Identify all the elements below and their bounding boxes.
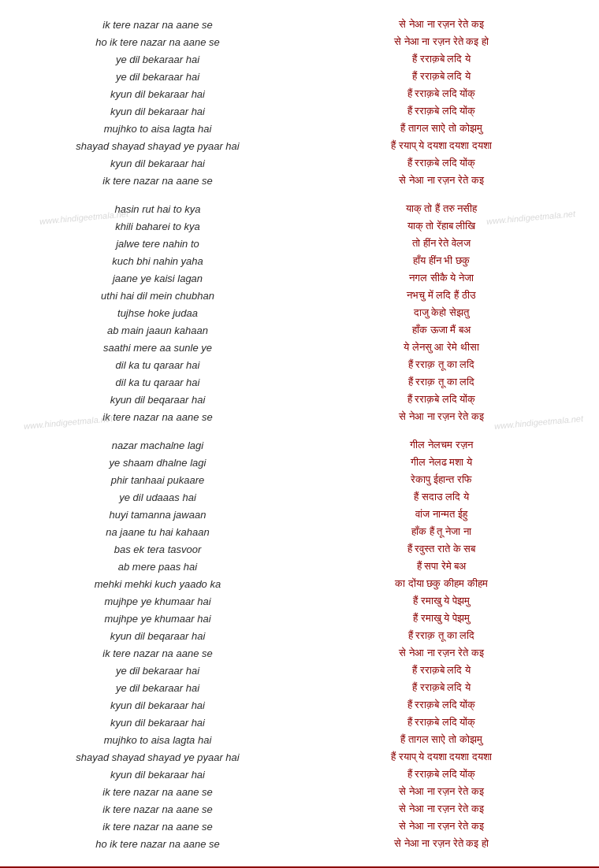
lyric-left: ik tere nazar na aane se: [24, 786, 300, 798]
lyric-row: ik tere nazar na aane seइक तेरे नज़र ना …: [8, 172, 591, 189]
lyric-right: इक तेरे नज़र ना आने से: [300, 647, 575, 659]
lyric-row: jaane ye kaisi laganजाने ये कैसी लगन: [8, 269, 591, 287]
empty-row: [8, 189, 591, 200]
lyric-row: tujhse hoke judaaतुझसे होके जुदा: [8, 304, 591, 321]
lyric-right: हसीन रुत हैं तो क्या: [300, 202, 575, 215]
lyric-left: khili baharei to kya: [24, 221, 300, 232]
lyric-right: इक तेरे नज़र ना आने से: [300, 18, 575, 31]
lyric-row: kyun dil bekaraar haiक्यों दिल बेक़रार ह…: [8, 85, 591, 102]
lyric-right: ये दिल बेक़रार हैं: [300, 681, 575, 694]
lyric-right: बस के तेरा तस्वुर हैं: [300, 543, 575, 555]
lyric-right: मुझको तो ऐसा लगता हैं: [300, 733, 575, 746]
lyric-right: इक तेरे नज़र ना आने से: [300, 410, 575, 423]
lyric-left: hasin rut hai to kya: [24, 203, 300, 215]
lyric-right: हो इक तेरे नज़र ना आने से: [300, 837, 575, 850]
lyric-right: फिर तन्हाई पुकारे: [300, 473, 575, 486]
lyric-left: ho ik tere nazar na aane se: [24, 36, 300, 48]
lyric-row: hasin rut hai to kyaहसीन रुत हैं तो क्या: [8, 200, 591, 217]
lyric-row: jalwe tere nahin toजलवे तेरे नहीं तो: [8, 235, 591, 252]
lyric-row: dil ka tu qaraar haiदिल का तू क़रार हैं: [8, 356, 591, 373]
lyric-left: jalwe tere nahin to: [24, 238, 300, 250]
lyric-right: कुछ भी नहीं यहाँ: [300, 254, 575, 267]
lyric-row: ik tere nazar na aane seइक तेरे नज़र ना …: [8, 408, 591, 425]
lyric-left: huyi tamanna jawaan: [24, 509, 300, 521]
lyric-left: phir tanhaai pukaare: [24, 474, 300, 486]
lyric-right: शायद शायद शायद ये प्यार हैं: [300, 751, 575, 763]
lyric-row: kyun dil bekaraar haiक्यों दिल बेक़रार ह…: [8, 154, 591, 172]
lyric-right: जाने ये कैसी लगन: [300, 272, 575, 284]
lyric-row: ye dil udaaas haiये दिल उदास हैं: [8, 488, 591, 506]
lyric-row: mujhpe ye khumaar haiमुझपे ये खुमार हैं: [8, 592, 591, 610]
lyric-row: bas ek tera tasvoorबस के तेरा तस्वुर हैं: [8, 540, 591, 558]
lyric-left: ab main jaaun kahaan: [24, 325, 300, 336]
lyric-left: kyun dil bekaraar hai: [24, 769, 300, 781]
lyric-right: दिल का तू क़रार हैं: [300, 358, 575, 371]
lyric-right: जलवे तेरे नहीं तो: [300, 237, 575, 250]
lyric-right: अब मेरे पास हैं: [300, 560, 575, 573]
lyric-right: ये दिल बेक़रार हैं: [300, 664, 575, 677]
lyrics-container: ik tere nazar na aane seइक तेरे नज़र ना …: [0, 0, 599, 868]
lyric-left: mujhpe ye khumaar hai: [24, 595, 300, 607]
lyric-left: ye dil bekaraar hai: [24, 665, 300, 677]
lyric-row: ye shaam dhalne lagiये शाम ढलने लगी: [8, 454, 591, 471]
lyric-left: mujhpe ye khumaar hai: [24, 613, 300, 625]
lyric-left: nazar machalne lagi: [24, 440, 300, 451]
lyric-row: ye dil bekaraar haiये दिल बेक़रार हैं: [8, 679, 591, 696]
lyric-row: shayad shayad shayad ye pyaar haiशायद शा…: [8, 748, 591, 766]
lyric-right: ये दिल बेक़रार हैं: [300, 53, 575, 65]
lyric-right: खिली बहारें तो क्या: [300, 220, 575, 232]
lyric-right: क्यों दिल बेक़रार हैं: [300, 105, 575, 117]
lyric-left: mujhko to aisa lagta hai: [24, 123, 300, 135]
lyric-right: क्यों दिल बेक़रार हैं: [300, 157, 575, 169]
lyric-right: महकी महकी कुछ यादों का: [300, 577, 575, 590]
lyric-left: ye dil bekaraar hai: [24, 71, 300, 83]
lyric-left: ab mere paas hai: [24, 561, 300, 573]
lyric-row: mujhko to aisa lagta haiमुझको तो ऐसा लगत…: [8, 731, 591, 748]
lyric-left: dil ka tu qaraar hai: [24, 359, 300, 371]
lyric-left: saathi mere aa sunle ye: [24, 342, 300, 354]
lyric-row: kyun dil bekaraar haiक्यों दिल बेक़रार ह…: [8, 102, 591, 120]
lyric-row: dil ka tu qaraar haiदिल का तू क़रार हैं: [8, 373, 591, 391]
lyric-row: kyun dil bekaraar haiक्यों दिल बेक़रार ह…: [8, 714, 591, 731]
lyric-right: ये शाम ढलने लगी: [300, 456, 575, 469]
lyric-row: kyun dil beqaraar haiक्यों दिल बेक़रार ह…: [8, 391, 591, 408]
lyric-left: ho ik tere nazar na aane se: [24, 838, 300, 850]
lyric-left: ik tere nazar na aane se: [24, 19, 300, 31]
lyric-row: mujhpe ye khumaar haiमुझपे ये खुमार हैं: [8, 610, 591, 627]
lyric-right: अब मैं जाऊ कहाँ: [300, 324, 575, 336]
lyric-left: kyun dil bekaraar hai: [24, 106, 300, 117]
lyric-row: ye dil bekaraar haiये दिल बेक़रार हैं: [8, 50, 591, 68]
lyric-right: क्यों दिल बेक़रार हैं: [300, 699, 575, 711]
lyric-right: शायद शायद शायद ये प्यार हैं: [300, 139, 575, 152]
lyric-left: kyun dil bekaraar hai: [24, 158, 300, 169]
lyric-right: उठी हैं दिल में चुभन: [300, 289, 575, 302]
lyric-row: shayad shayad shayad ye pyaar haiशायद शा…: [8, 137, 591, 154]
lyric-row: ho ik tere nazar na aane seहो इक तेरे नज…: [8, 835, 591, 852]
lyric-row: kyun dil bekaraar haiक्यों दिल बेक़रार ह…: [8, 766, 591, 783]
lyric-left: ye dil udaaas hai: [24, 491, 300, 503]
lyric-right: मुझपे ये खुमार हैं: [300, 612, 575, 625]
lyric-row: phir tanhaai pukaareफिर तन्हाई पुकारे: [8, 471, 591, 488]
lyric-left: na jaane tu hai kahaan: [24, 526, 300, 538]
lyric-left: mehki mehki kuch yaado ka: [24, 578, 300, 590]
lyric-right: ना जाने तू हैं कहाँ: [300, 525, 575, 538]
lyric-row: nazar machalne lagiनज़र मचलने लगी: [8, 436, 591, 454]
lyric-row: ho ik tere nazar na aane seहो इक तेरे नज…: [8, 33, 591, 50]
lyric-right: नज़र मचलने लगी: [300, 439, 575, 451]
lyric-right: क्यों दिल बेक़रार हैं: [300, 393, 575, 406]
lyric-left: kyun dil beqaraar hai: [24, 630, 300, 642]
lyric-right: ये दिल बेक़रार हैं: [300, 70, 575, 83]
lyric-left: ik tere nazar na aane se: [24, 647, 300, 659]
lyric-row: ik tere nazar na aane seइक तेरे नज़र ना …: [8, 818, 591, 835]
lyric-left: ye dil bekaraar hai: [24, 54, 300, 65]
lyric-left: tujhse hoke judaa: [24, 307, 300, 319]
lyric-right: इक तेरे नज़र ना आने से: [300, 785, 575, 798]
lyric-right: हुई तमन्ना जवां: [300, 508, 575, 521]
lyric-right: इक तेरे नज़र ना आने से: [300, 803, 575, 815]
lyric-left: ik tere nazar na aane se: [24, 175, 300, 187]
lyric-row: ye dil bekaraar haiये दिल बेक़रार हैं: [8, 662, 591, 679]
lyric-row: ik tere nazar na aane seइक तेरे नज़र ना …: [8, 783, 591, 800]
lyric-left: bas ek tera tasvoor: [24, 543, 300, 555]
lyric-right: क्यों दिल बेक़रार हैं: [300, 87, 575, 100]
lyric-left: ye dil bekaraar hai: [24, 682, 300, 694]
